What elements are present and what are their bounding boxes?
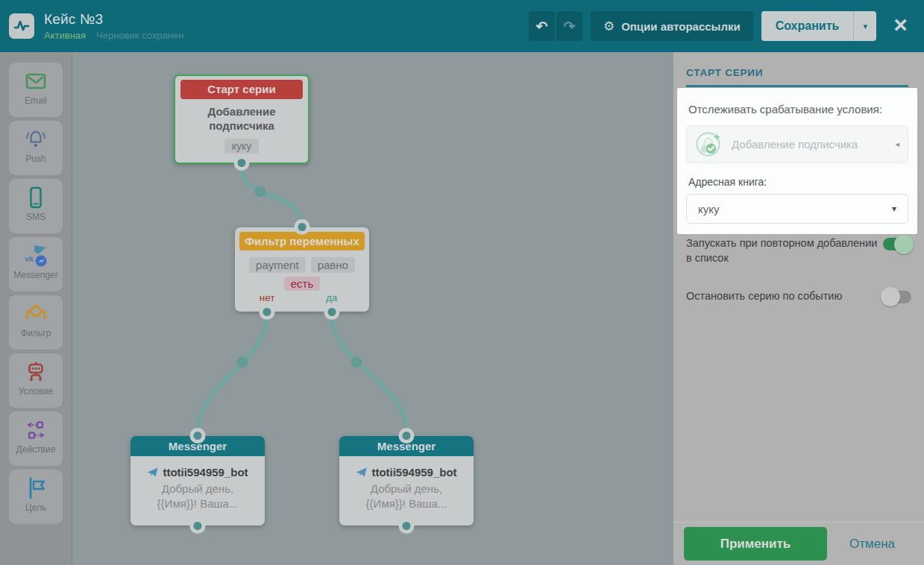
toggle-row-stop: Остановить серию по событию [686, 288, 911, 303]
bot-row: ttotii594959_bot [339, 466, 474, 479]
address-book-select[interactable]: куку ▾ [686, 194, 908, 224]
save-dropdown-button[interactable]: ▾ [854, 11, 876, 41]
app-logo [9, 13, 34, 39]
panel-footer: Применить Отмена [673, 522, 924, 565]
telegram-icon [356, 467, 367, 478]
sidebar-item-filter[interactable]: Фильтр [9, 295, 63, 350]
tracking-label: Отслеживать срабатывание условия: [688, 103, 917, 116]
chevron-down-icon: ▾ [864, 22, 868, 31]
link-start-to-filter [242, 165, 302, 229]
output-port[interactable] [190, 518, 206, 534]
toggle-stop-label: Остановить серию по событию [686, 288, 879, 303]
sidebar-item-label: Email [9, 95, 63, 106]
redo-button[interactable]: ↷ [556, 11, 582, 41]
toggle-restart-switch[interactable] [883, 238, 911, 250]
address-book-label: Адресная книга: [688, 176, 917, 188]
branch-no-label: нет [260, 292, 275, 303]
undo-button[interactable]: ↶ [529, 11, 555, 41]
node-start-series[interactable]: Старт серии Добавление подписчика куку [174, 75, 309, 164]
save-button[interactable]: Сохранить [761, 11, 854, 41]
push-bell-icon [24, 127, 48, 151]
close-icon: × [893, 11, 908, 38]
close-button[interactable]: × [889, 13, 912, 40]
node-messenger-2[interactable]: Messenger ttotii594959_bot Добрый день, … [339, 436, 474, 525]
value-chip: есть [284, 277, 321, 291]
save-split-button: Сохранить ▾ [761, 11, 877, 41]
page-title: Кейс №3 [44, 11, 183, 28]
sidebar-item-label: Действие [9, 444, 63, 455]
flow-canvas[interactable]: Старт серии Добавление подписчика куку Ф… [72, 52, 673, 565]
telegram-icon [147, 467, 158, 478]
autoflow-options-button[interactable]: ⚙ Опции авторассылки [591, 11, 753, 41]
sidebar-item-messenger[interactable]: vk Messenger [9, 237, 63, 291]
status-badge: Активная [44, 30, 86, 41]
gear-icon: ⚙ [603, 19, 615, 34]
title-block: Кейс №3 Активная Черновик сохранен [44, 11, 183, 41]
output-port-no[interactable] [260, 304, 275, 320]
sidebar-item-push[interactable]: Push [9, 121, 63, 175]
filter-condition-row: payment равно [235, 257, 369, 273]
node-messenger-1[interactable]: Messenger ttotii594959_bot Добрый день, … [131, 436, 265, 525]
message-preview: Добрый день, {{Имя}}! Ваша... [339, 482, 474, 511]
input-port[interactable] [295, 219, 310, 235]
goal-flag-icon [24, 476, 48, 500]
undo-icon: ↶ [535, 18, 547, 35]
draft-status: Черновик сохранен [96, 30, 183, 41]
output-port[interactable] [399, 518, 415, 534]
bot-name: ttotii594959_bot [371, 466, 456, 479]
node-header: Старт серии [180, 80, 303, 99]
trigger-value: Добавление подписчика [732, 138, 858, 151]
link-handle[interactable] [351, 357, 362, 368]
redo-icon: ↷ [563, 18, 575, 35]
apply-button[interactable]: Применить [684, 527, 827, 561]
messenger-icon: vk [24, 244, 48, 268]
input-port[interactable] [399, 428, 415, 444]
options-label: Опции авторассылки [621, 20, 741, 33]
input-port[interactable] [190, 428, 206, 444]
link-filter-no-to-messenger1 [198, 313, 267, 434]
toggle-restart-label: Запускать при повторном добавлении в спи… [686, 236, 879, 266]
panel-title: СТАРТ СЕРИИ [686, 67, 911, 78]
collapse-arrow-icon[interactable]: ◂ [895, 139, 899, 149]
header-controls: ↶ ↷ ⚙ Опции авторассылки Сохранить ▾ × [529, 11, 912, 41]
link-filter-yes-to-messenger2 [332, 313, 406, 434]
email-icon [24, 69, 48, 93]
toggle-row-restart: Запускать при повторном добавлении в спи… [686, 236, 911, 266]
sidebar-item-condition[interactable]: Условие [9, 353, 63, 408]
sidebar-item-goal[interactable]: Цель [9, 470, 63, 524]
node-variable-filter[interactable]: Фильтр переменных payment равно есть нет… [235, 227, 369, 312]
address-book-value: куку [698, 203, 719, 215]
bot-name: ttotii594959_bot [163, 466, 248, 479]
toggle-stop-switch[interactable] [883, 291, 911, 303]
panel-options: Запускать при повторном добавлении в спи… [673, 236, 924, 303]
address-book-chip: куку [224, 139, 260, 154]
chevron-down-icon: ▾ [892, 203, 896, 214]
svg-text:vk: vk [25, 254, 34, 263]
variable-chip: payment [249, 257, 306, 273]
condition-icon [24, 360, 48, 384]
sidebar-item-label: Цель [9, 502, 63, 513]
sidebar-item-label: Messenger [9, 270, 63, 280]
sidebar-item-label: Фильтр [9, 328, 63, 338]
sidebar-item-email[interactable]: Email [9, 63, 63, 117]
cancel-button[interactable]: Отмена [849, 537, 895, 552]
add-subscriber-icon [695, 130, 723, 158]
sidebar-item-action[interactable]: Действие [9, 411, 63, 466]
operator-chip: равно [311, 257, 355, 273]
action-icon [24, 418, 48, 442]
output-port-yes[interactable] [324, 304, 339, 320]
automation-editor: Кейс №3 Активная Черновик сохранен ↶ ↷ ⚙… [0, 0, 924, 565]
link-handle[interactable] [255, 186, 266, 198]
trigger-select-field[interactable]: Добавление подписчика ◂ [686, 125, 908, 163]
header-bar: Кейс №3 Активная Черновик сохранен ↶ ↷ ⚙… [0, 0, 924, 52]
sms-phone-icon [24, 186, 48, 209]
sidebar-item-label: Условие [9, 386, 63, 397]
highlighted-settings: Отслеживать срабатывание условия: Добавл… [677, 88, 917, 234]
link-handle[interactable] [237, 357, 248, 368]
branch-labels: нет да [235, 292, 369, 306]
output-port[interactable] [234, 155, 250, 171]
pulse-icon [13, 18, 30, 34]
sidebar-item-sms[interactable]: SMS [9, 179, 63, 233]
panel-title-underline [686, 85, 908, 87]
branch-yes-label: да [326, 292, 337, 303]
